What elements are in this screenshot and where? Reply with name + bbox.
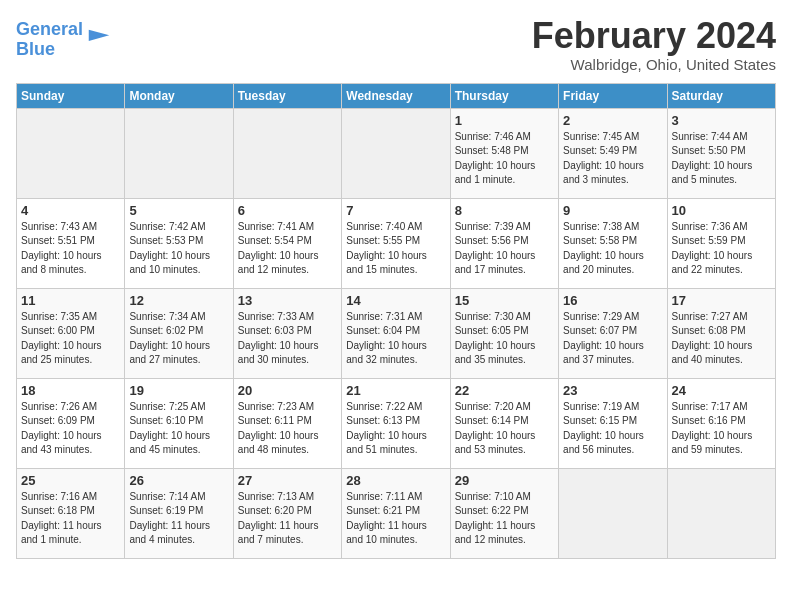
day-info: Sunrise: 7:38 AM Sunset: 5:58 PM Dayligh…	[563, 220, 662, 278]
calendar-body: 1Sunrise: 7:46 AM Sunset: 5:48 PM Daylig…	[17, 108, 776, 558]
weekday-header-thursday: Thursday	[450, 83, 558, 108]
day-number: 27	[238, 473, 337, 488]
day-info: Sunrise: 7:22 AM Sunset: 6:13 PM Dayligh…	[346, 400, 445, 458]
calendar-cell: 29Sunrise: 7:10 AM Sunset: 6:22 PM Dayli…	[450, 468, 558, 558]
day-info: Sunrise: 7:36 AM Sunset: 5:59 PM Dayligh…	[672, 220, 771, 278]
day-info: Sunrise: 7:31 AM Sunset: 6:04 PM Dayligh…	[346, 310, 445, 368]
day-info: Sunrise: 7:30 AM Sunset: 6:05 PM Dayligh…	[455, 310, 554, 368]
weekday-header-monday: Monday	[125, 83, 233, 108]
calendar-cell: 13Sunrise: 7:33 AM Sunset: 6:03 PM Dayli…	[233, 288, 341, 378]
calendar-cell: 16Sunrise: 7:29 AM Sunset: 6:07 PM Dayli…	[559, 288, 667, 378]
weekday-header-sunday: Sunday	[17, 83, 125, 108]
day-number: 28	[346, 473, 445, 488]
calendar-cell: 26Sunrise: 7:14 AM Sunset: 6:19 PM Dayli…	[125, 468, 233, 558]
day-number: 22	[455, 383, 554, 398]
day-number: 15	[455, 293, 554, 308]
day-number: 4	[21, 203, 120, 218]
day-number: 16	[563, 293, 662, 308]
day-number: 6	[238, 203, 337, 218]
calendar-cell: 7Sunrise: 7:40 AM Sunset: 5:55 PM Daylig…	[342, 198, 450, 288]
day-info: Sunrise: 7:35 AM Sunset: 6:00 PM Dayligh…	[21, 310, 120, 368]
logo-line1: General	[16, 19, 83, 39]
title-block: February 2024 Walbridge, Ohio, United St…	[532, 16, 776, 73]
day-info: Sunrise: 7:25 AM Sunset: 6:10 PM Dayligh…	[129, 400, 228, 458]
weekday-header-saturday: Saturday	[667, 83, 775, 108]
day-info: Sunrise: 7:16 AM Sunset: 6:18 PM Dayligh…	[21, 490, 120, 548]
calendar-cell: 23Sunrise: 7:19 AM Sunset: 6:15 PM Dayli…	[559, 378, 667, 468]
day-number: 25	[21, 473, 120, 488]
day-info: Sunrise: 7:41 AM Sunset: 5:54 PM Dayligh…	[238, 220, 337, 278]
day-info: Sunrise: 7:40 AM Sunset: 5:55 PM Dayligh…	[346, 220, 445, 278]
day-info: Sunrise: 7:33 AM Sunset: 6:03 PM Dayligh…	[238, 310, 337, 368]
calendar-cell	[667, 468, 775, 558]
day-number: 19	[129, 383, 228, 398]
day-number: 7	[346, 203, 445, 218]
calendar-cell: 28Sunrise: 7:11 AM Sunset: 6:21 PM Dayli…	[342, 468, 450, 558]
weekday-header-friday: Friday	[559, 83, 667, 108]
calendar-cell	[559, 468, 667, 558]
calendar-cell	[342, 108, 450, 198]
calendar-cell: 5Sunrise: 7:42 AM Sunset: 5:53 PM Daylig…	[125, 198, 233, 288]
day-info: Sunrise: 7:17 AM Sunset: 6:16 PM Dayligh…	[672, 400, 771, 458]
day-info: Sunrise: 7:23 AM Sunset: 6:11 PM Dayligh…	[238, 400, 337, 458]
day-number: 2	[563, 113, 662, 128]
calendar-cell: 1Sunrise: 7:46 AM Sunset: 5:48 PM Daylig…	[450, 108, 558, 198]
day-info: Sunrise: 7:29 AM Sunset: 6:07 PM Dayligh…	[563, 310, 662, 368]
calendar-cell: 18Sunrise: 7:26 AM Sunset: 6:09 PM Dayli…	[17, 378, 125, 468]
calendar-cell: 2Sunrise: 7:45 AM Sunset: 5:49 PM Daylig…	[559, 108, 667, 198]
weekday-header-wednesday: Wednesday	[342, 83, 450, 108]
calendar-cell: 17Sunrise: 7:27 AM Sunset: 6:08 PM Dayli…	[667, 288, 775, 378]
calendar-cell: 15Sunrise: 7:30 AM Sunset: 6:05 PM Dayli…	[450, 288, 558, 378]
day-info: Sunrise: 7:39 AM Sunset: 5:56 PM Dayligh…	[455, 220, 554, 278]
day-number: 12	[129, 293, 228, 308]
logo: General Blue	[16, 20, 113, 60]
weekday-header-row: SundayMondayTuesdayWednesdayThursdayFrid…	[17, 83, 776, 108]
day-number: 23	[563, 383, 662, 398]
day-info: Sunrise: 7:19 AM Sunset: 6:15 PM Dayligh…	[563, 400, 662, 458]
day-info: Sunrise: 7:44 AM Sunset: 5:50 PM Dayligh…	[672, 130, 771, 188]
calendar-week-1: 1Sunrise: 7:46 AM Sunset: 5:48 PM Daylig…	[17, 108, 776, 198]
calendar-header: SundayMondayTuesdayWednesdayThursdayFrid…	[17, 83, 776, 108]
day-info: Sunrise: 7:46 AM Sunset: 5:48 PM Dayligh…	[455, 130, 554, 188]
day-info: Sunrise: 7:26 AM Sunset: 6:09 PM Dayligh…	[21, 400, 120, 458]
day-number: 8	[455, 203, 554, 218]
day-number: 20	[238, 383, 337, 398]
calendar-table: SundayMondayTuesdayWednesdayThursdayFrid…	[16, 83, 776, 559]
day-info: Sunrise: 7:34 AM Sunset: 6:02 PM Dayligh…	[129, 310, 228, 368]
day-info: Sunrise: 7:20 AM Sunset: 6:14 PM Dayligh…	[455, 400, 554, 458]
day-info: Sunrise: 7:42 AM Sunset: 5:53 PM Dayligh…	[129, 220, 228, 278]
calendar-week-4: 18Sunrise: 7:26 AM Sunset: 6:09 PM Dayli…	[17, 378, 776, 468]
day-number: 21	[346, 383, 445, 398]
calendar-cell: 21Sunrise: 7:22 AM Sunset: 6:13 PM Dayli…	[342, 378, 450, 468]
day-info: Sunrise: 7:43 AM Sunset: 5:51 PM Dayligh…	[21, 220, 120, 278]
day-info: Sunrise: 7:27 AM Sunset: 6:08 PM Dayligh…	[672, 310, 771, 368]
day-number: 24	[672, 383, 771, 398]
calendar-cell	[17, 108, 125, 198]
day-number: 26	[129, 473, 228, 488]
calendar-cell: 8Sunrise: 7:39 AM Sunset: 5:56 PM Daylig…	[450, 198, 558, 288]
calendar-week-2: 4Sunrise: 7:43 AM Sunset: 5:51 PM Daylig…	[17, 198, 776, 288]
calendar-cell: 10Sunrise: 7:36 AM Sunset: 5:59 PM Dayli…	[667, 198, 775, 288]
svg-marker-0	[89, 30, 110, 41]
day-info: Sunrise: 7:10 AM Sunset: 6:22 PM Dayligh…	[455, 490, 554, 548]
day-number: 9	[563, 203, 662, 218]
calendar-cell: 22Sunrise: 7:20 AM Sunset: 6:14 PM Dayli…	[450, 378, 558, 468]
calendar-cell: 9Sunrise: 7:38 AM Sunset: 5:58 PM Daylig…	[559, 198, 667, 288]
calendar-cell: 4Sunrise: 7:43 AM Sunset: 5:51 PM Daylig…	[17, 198, 125, 288]
calendar-week-3: 11Sunrise: 7:35 AM Sunset: 6:00 PM Dayli…	[17, 288, 776, 378]
day-number: 17	[672, 293, 771, 308]
calendar-cell: 25Sunrise: 7:16 AM Sunset: 6:18 PM Dayli…	[17, 468, 125, 558]
logo-line2: Blue	[16, 39, 55, 59]
calendar-cell: 19Sunrise: 7:25 AM Sunset: 6:10 PM Dayli…	[125, 378, 233, 468]
calendar-cell: 14Sunrise: 7:31 AM Sunset: 6:04 PM Dayli…	[342, 288, 450, 378]
calendar-cell	[125, 108, 233, 198]
calendar-cell: 3Sunrise: 7:44 AM Sunset: 5:50 PM Daylig…	[667, 108, 775, 198]
day-number: 11	[21, 293, 120, 308]
day-number: 29	[455, 473, 554, 488]
day-info: Sunrise: 7:45 AM Sunset: 5:49 PM Dayligh…	[563, 130, 662, 188]
day-number: 3	[672, 113, 771, 128]
calendar-cell: 12Sunrise: 7:34 AM Sunset: 6:02 PM Dayli…	[125, 288, 233, 378]
day-number: 1	[455, 113, 554, 128]
day-number: 14	[346, 293, 445, 308]
calendar-cell	[233, 108, 341, 198]
